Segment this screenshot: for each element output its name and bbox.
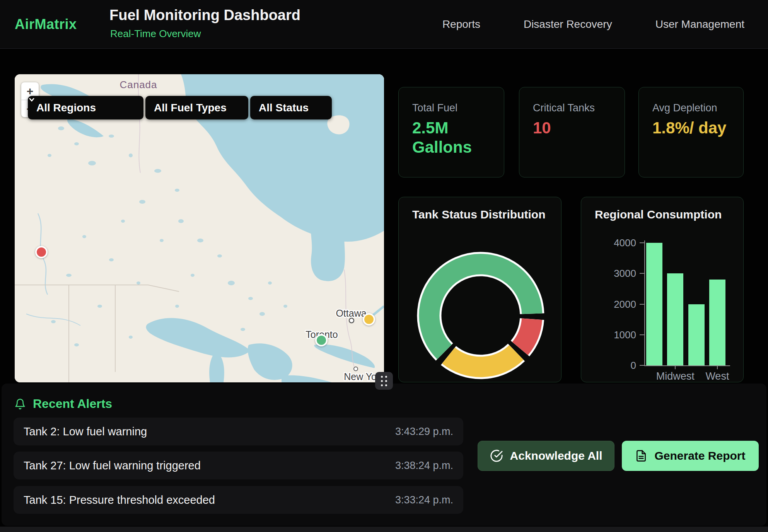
region-filter-dropdown[interactable]: All Regions bbox=[28, 96, 143, 119]
grip-dots-icon bbox=[381, 376, 387, 386]
ottawa-town-dot bbox=[349, 318, 354, 323]
generate-report-label: Generate Report bbox=[654, 449, 745, 462]
stat-value: 10 bbox=[533, 118, 612, 138]
page-subtitle: Real-Time Overview bbox=[110, 28, 201, 40]
tickmark bbox=[640, 334, 644, 335]
regional-consumption-bar-chart: 01000200030004000MidwestWest bbox=[581, 197, 744, 383]
stat-card-avg-depletion: Avg Depletion 1.8%/ day bbox=[638, 87, 744, 177]
fuel-map[interactable]: Canada Ottawa Toronto New York + − All R… bbox=[15, 74, 384, 382]
bell-icon bbox=[14, 398, 26, 410]
bar bbox=[646, 243, 662, 365]
axis bbox=[644, 240, 645, 366]
stat-label: Critical Tanks bbox=[533, 102, 595, 114]
tickmark bbox=[717, 366, 718, 369]
tickmark bbox=[675, 366, 676, 369]
map-label-canada: Canada bbox=[119, 79, 157, 90]
acknowledge-all-label: Acknowledge All bbox=[510, 449, 602, 462]
tank-marker-normal[interactable] bbox=[315, 334, 328, 346]
stat-value: 2.5M Gallons bbox=[412, 118, 492, 157]
header-bar: AirMatrix Fuel Monitoring Dashboard Real… bbox=[0, 0, 768, 49]
newyork-town-dot bbox=[354, 367, 358, 371]
nav-item-reports[interactable]: Reports bbox=[442, 18, 480, 31]
ytick-label: 2000 bbox=[582, 298, 636, 310]
panel-title: Tank Status Distribution bbox=[412, 208, 545, 221]
main-nav: Reports Disaster Recovery User Managemen… bbox=[442, 0, 744, 48]
ytick-label: 0 bbox=[582, 360, 636, 372]
stat-value: 1.8%/ day bbox=[652, 118, 732, 138]
nav-item-user-management[interactable]: User Management bbox=[655, 18, 744, 31]
resize-grip-handle[interactable] bbox=[375, 372, 393, 390]
bottom-strip bbox=[0, 527, 768, 532]
alert-message: Tank 15: Pressure threshold exceeded bbox=[24, 494, 215, 506]
stat-label: Total Fuel bbox=[412, 102, 457, 114]
regional-consumption-panel: Regional Consumption 01000200030004000Mi… bbox=[581, 197, 744, 382]
fuel-type-filter-dropdown[interactable]: All Fuel Types bbox=[145, 96, 248, 119]
nav-item-disaster-recovery[interactable]: Disaster Recovery bbox=[524, 18, 612, 31]
map-filter-bar: All Regions All Fuel Types All Status bbox=[28, 96, 332, 119]
alert-timestamp: 3:43:29 p.m. bbox=[395, 426, 453, 438]
alert-message: Tank 2: Low fuel warning bbox=[24, 425, 147, 438]
alert-row: Tank 2: Low fuel warning 3:43:29 p.m. bbox=[14, 418, 463, 445]
fuel-type-filter-label: All Fuel Types bbox=[154, 102, 227, 114]
tank-marker-warning[interactable] bbox=[363, 313, 375, 326]
bar bbox=[709, 280, 725, 365]
stat-card-total-fuel: Total Fuel 2.5M Gallons bbox=[398, 87, 504, 177]
page-title: Fuel Monitoring Dashboard bbox=[109, 7, 300, 24]
status-filter-label: All Status bbox=[259, 102, 309, 114]
region-filter-label: All Regions bbox=[36, 102, 96, 114]
tickmark bbox=[640, 365, 644, 366]
ytick-label: 4000 bbox=[582, 237, 636, 249]
tank-status-donut-chart bbox=[415, 250, 546, 381]
ytick-label: 3000 bbox=[582, 268, 636, 280]
map-canvas: Canada Ottawa Toronto New York bbox=[15, 74, 384, 382]
generate-report-button[interactable]: Generate Report bbox=[622, 441, 759, 471]
bar bbox=[667, 273, 683, 365]
xtick-label: West bbox=[686, 370, 748, 382]
acknowledge-all-button[interactable]: Acknowledge All bbox=[478, 441, 614, 471]
brand-logo: AirMatrix bbox=[15, 16, 77, 32]
alert-row: Tank 15: Pressure threshold exceeded 3:3… bbox=[14, 486, 463, 514]
check-circle-icon bbox=[490, 449, 503, 462]
alert-row: Tank 27: Low fuel warning triggered 3:38… bbox=[14, 452, 463, 479]
stat-label: Avg Depletion bbox=[652, 102, 717, 114]
tickmark bbox=[640, 242, 644, 243]
tickmark bbox=[640, 273, 644, 274]
alert-message: Tank 27: Low fuel warning triggered bbox=[24, 459, 201, 472]
alert-timestamp: 3:33:24 p.m. bbox=[395, 494, 453, 506]
alerts-title: Recent Alerts bbox=[33, 397, 112, 411]
bar bbox=[688, 304, 705, 366]
stat-card-critical-tanks: Critical Tanks 10 bbox=[519, 87, 625, 177]
tank-marker-critical[interactable] bbox=[35, 246, 48, 258]
file-text-icon bbox=[635, 450, 647, 462]
status-filter-dropdown[interactable]: All Status bbox=[250, 96, 332, 119]
alerts-header: Recent Alerts bbox=[14, 397, 112, 411]
alert-timestamp: 3:38:24 p.m. bbox=[395, 460, 453, 472]
map-label-ottawa: Ottawa bbox=[336, 308, 366, 319]
ytick-label: 1000 bbox=[582, 329, 636, 341]
tickmark bbox=[640, 304, 644, 305]
tank-status-panel: Tank Status Distribution bbox=[398, 197, 561, 382]
